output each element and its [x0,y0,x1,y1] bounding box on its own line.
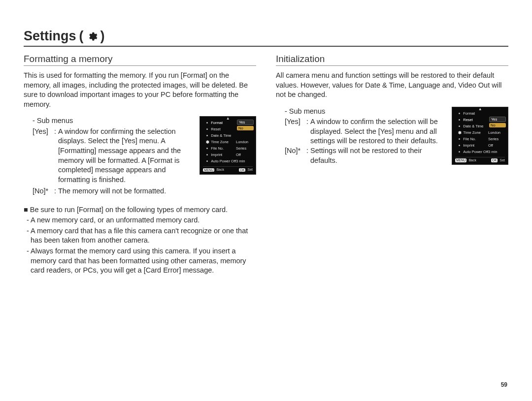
lcd-value: Off [236,153,253,157]
page-title: Settings ( ) [24,29,508,47]
init-no-text: Settings will not be restored to their d… [310,146,446,165]
lcd-value: London [236,140,253,144]
format-yes-key: [Yes] [33,127,54,185]
left-column: Formatting a memory This is used for for… [24,54,256,277]
note-item: - A memory card that has a file this cam… [24,226,256,246]
section-heading-init: Initialization [276,54,508,66]
lcd-footer: MENU Back OK Set [203,166,253,172]
lcd-row: Auto Power Off 3 min [203,158,253,164]
lcd-dot-icon [206,128,208,130]
format-notes: ■ Be sure to run [Format] on the followi… [24,205,256,276]
lcd-back-label: Back [468,158,476,162]
format-submenus-text: - Sub menus [Yes] : A window for confirm… [24,116,194,185]
init-yes-key: [Yes] [285,117,306,146]
manual-page: Settings ( ) Formatting a memory This is… [0,0,532,401]
lcd-row: Auto Power Off 3 min [455,149,505,155]
lcd-option-yes: Yes [237,120,254,125]
lcd-row: Imprint Off [203,152,253,158]
init-yes-text: A window to confirm the selection will b… [310,117,446,146]
lcd-label: Date & Time [211,133,236,138]
lcd-value: Off [488,143,505,148]
lcd-value: Series [236,146,253,151]
lcd-row: Time Zone London [455,129,505,136]
lcd-label: Auto Power Off [211,159,236,163]
submenus-label: - Sub menus [24,116,194,126]
lcd-gear-icon [203,140,211,144]
format-intro: This is used for formatting the memory. … [24,71,256,109]
page-title-text: Settings [24,29,76,44]
lcd-dot-icon [206,135,208,136]
lcd-label: Format [463,111,488,116]
lcd-option-yes: Yes [489,117,506,122]
camera-lcd-format: ▲ Yes No Format Reset Da [200,116,256,174]
lcd-dot-icon [459,138,460,140]
lcd-label: Imprint [211,153,236,157]
lcd-dot-icon [459,151,460,153]
lcd-value: 3 min [236,159,253,163]
lcd-dot-icon [206,154,208,155]
format-yes-text: A window for confirming the selection di… [58,127,194,185]
colon: : [306,117,310,146]
init-no-row: [No]* : Settings will not be restored to… [276,146,446,165]
init-no-key: [No]* [285,146,306,165]
lcd-value: London [488,130,505,135]
init-intro: All camera menu and function settings wi… [276,71,508,100]
lcd-dot-icon [206,122,208,123]
lcd-row: File No. Series [203,145,253,152]
lcd-row: Time Zone London [203,139,253,145]
gear-icon [87,31,98,42]
lcd-label: Reset [211,127,236,131]
lcd-dot-icon [206,148,208,149]
format-yes-row: [Yes] : A window for confirming the sele… [24,127,194,185]
lcd-dot-icon [206,160,208,162]
lcd-dot-icon [459,119,460,121]
lcd-option-no: No [237,126,254,130]
lcd-row: File No. Series [455,136,505,142]
lcd-value: 3 min [488,150,505,154]
lcd-label: Date & Time [463,124,488,128]
lcd-set-label: Set [499,158,505,162]
colon: : [54,127,58,185]
init-submenus-text: - Sub menus [Yes] : A window to confirm … [276,107,446,165]
lcd-dot-icon [459,125,460,127]
lcd-label: Time Zone [211,140,236,144]
lcd-label: Format [211,121,236,125]
lcd-dot-icon [459,113,460,114]
lcd-set-tag: OK [239,168,245,172]
lcd-gear-icon [455,130,463,135]
lcd-dot-icon [459,145,460,146]
format-no-key: [No]* [33,186,54,196]
lcd-option-no: No [489,123,506,127]
lcd-label: Imprint [463,143,488,148]
lcd-label: File No. [463,137,488,141]
lcd-label: Time Zone [463,130,488,135]
note-item: - A new memory card, or an unformatted m… [24,216,256,225]
format-submenus-block: - Sub menus [Yes] : A window for confirm… [24,116,256,185]
colon: : [54,186,58,196]
lcd-up-arrow-icon: ▲ [226,116,230,121]
lcd-back-tag: MENU [203,168,214,172]
format-no-text: The memory will not be formatted. [58,186,256,196]
notes-lead: ■ Be sure to run [Format] on the followi… [24,205,256,215]
format-no-row: [No]* : The memory will not be formatted… [24,186,256,196]
close-paren: ) [100,29,105,44]
lcd-value: Series [488,137,505,141]
lcd-up-arrow-icon: ▲ [478,107,482,112]
colon: : [306,146,310,165]
lcd-label: Auto Power Off [463,150,488,154]
section-heading-format: Formatting a memory [24,54,256,66]
init-yes-row: [Yes] : A window to confirm the selectio… [276,117,446,146]
lcd-row: Imprint Off [455,142,505,149]
camera-lcd-reset: ▲ Yes No Format Reset Da [452,107,508,165]
lcd-set-tag: OK [491,158,498,162]
lcd-label: File No. [211,146,236,151]
columns: Formatting a memory This is used for for… [24,54,508,277]
lcd-set-label: Set [247,168,253,172]
lcd-back-label: Back [216,168,224,172]
lcd-label: Reset [463,118,488,122]
init-submenus-block: - Sub menus [Yes] : A window to confirm … [276,107,508,165]
lcd-back-tag: MENU [455,158,466,162]
note-item: - Always format the memory card using th… [24,247,256,276]
submenus-label: - Sub menus [276,107,446,117]
page-number: 59 [501,381,507,388]
